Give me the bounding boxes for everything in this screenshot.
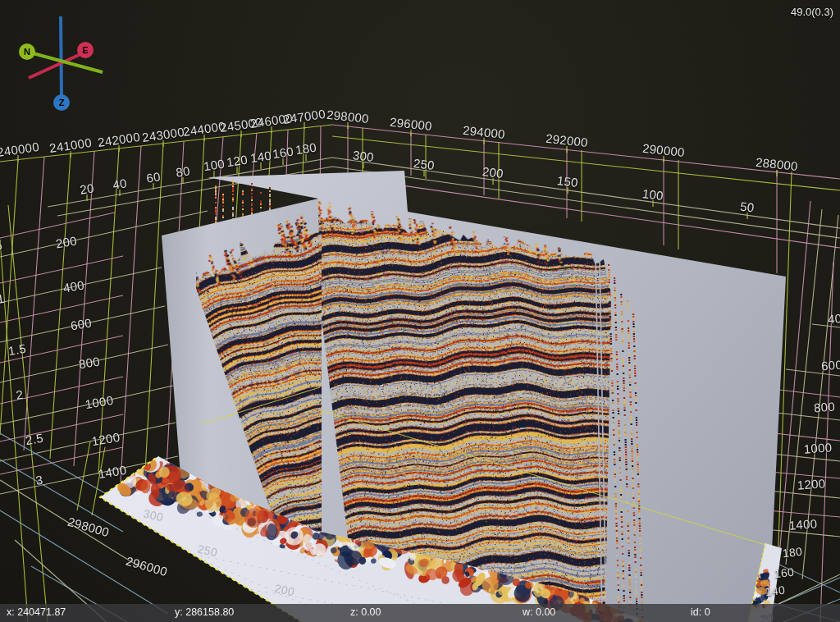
orientation-triad[interactable]: N E Z (0, 0, 123, 119)
east-axis-label: E (82, 45, 88, 55)
status-y-coordinate: y: 286158.80 (175, 606, 234, 618)
seismic-3d-scene[interactable] (0, 0, 840, 622)
status-z-value: z: 0.00 (350, 606, 381, 618)
status-w-value: w: 0.00 (523, 606, 555, 618)
status-id-value: id: 0 (691, 606, 710, 618)
seismic-3d-viewer-window: 2400002410002420002430002440002450002460… (0, 0, 840, 622)
north-axis-label: N (24, 47, 30, 57)
status-x-coordinate: x: 240471.87 (7, 606, 66, 618)
z-axis-line (61, 16, 62, 95)
z-axis-label: Z (59, 98, 65, 107)
status-bar: x: 240471.87 y: 286158.80 z: 0.00 w: 0.0… (0, 604, 840, 622)
camera-dip-readout: 49.0(0.3) (791, 6, 833, 18)
